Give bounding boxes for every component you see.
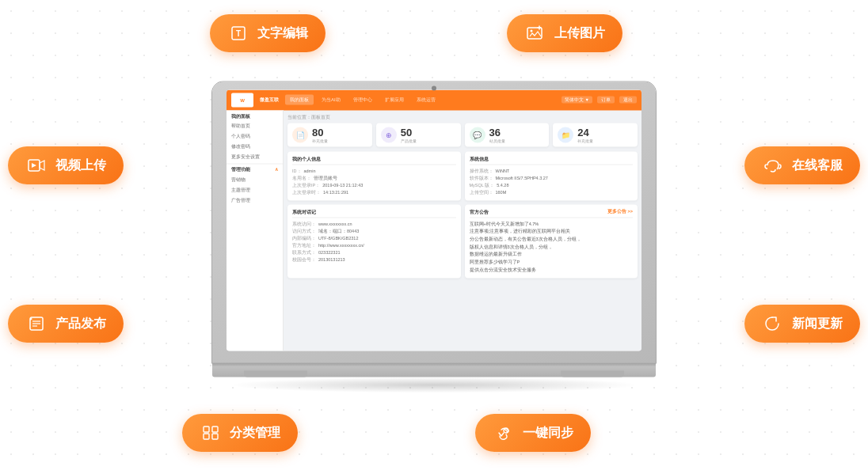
laptop-foot-left bbox=[244, 370, 307, 377]
stat-icon-1: ⊕ bbox=[381, 127, 397, 142]
laptop-foot-right bbox=[561, 370, 624, 377]
pill-product-publish[interactable]: 产品发布 bbox=[8, 305, 124, 343]
panel-server-row-0: 系统访问： www.xxxxxxxx.cn bbox=[292, 221, 456, 226]
srv-value-5: 20130131213 bbox=[318, 256, 345, 262]
stat-num-1: 50 bbox=[401, 127, 417, 137]
sidebar-section-1-title: 我的面板 bbox=[227, 110, 283, 120]
panel-personal-row-0: ID： admin bbox=[292, 168, 456, 173]
app-main: 当前位置：面板首页 📄 80 补充批量 bbox=[284, 110, 641, 351]
pill-sync[interactable]: 一键同步 bbox=[475, 414, 591, 452]
svg-point-3 bbox=[531, 30, 533, 32]
label-0: ID： bbox=[292, 168, 302, 173]
stat-label-2: 站员批量 bbox=[489, 138, 505, 142]
online-service-icon bbox=[762, 154, 784, 176]
srv-label-2: 内部编码： bbox=[292, 235, 316, 241]
value-0: admin bbox=[304, 168, 316, 173]
srv-label-0: 系统访问： bbox=[292, 221, 316, 226]
nav-lang[interactable]: 简体中文 ▼ bbox=[562, 97, 592, 104]
value-2: 2019-09-13 21:12:43 bbox=[322, 182, 363, 188]
laptop-shadow bbox=[228, 377, 640, 392]
nav-right: 简体中文 ▼ 订单 退出 bbox=[562, 97, 637, 104]
laptop-body: W 微盈互联 我的面板 为当AI助 管理中心 扩展应用 系统运营 简体中文 ▼ … bbox=[212, 82, 656, 392]
video-icon bbox=[25, 154, 48, 176]
app-topnav: W 微盈互联 我的面板 为当AI助 管理中心 扩展应用 系统运营 简体中文 ▼ … bbox=[227, 89, 641, 110]
news-item-0: 互联网+时代今天又新增加了4.7% bbox=[470, 221, 634, 227]
pill-news-update[interactable]: 新闻更新 bbox=[744, 305, 860, 343]
pill-text-edit[interactable]: T 文字编辑 bbox=[210, 14, 326, 52]
svg-marker-5 bbox=[40, 161, 44, 170]
stat-card-0: 📄 80 补充批量 bbox=[287, 123, 372, 146]
stat-card-1: ⊕ 50 产品批量 bbox=[376, 123, 461, 146]
sidebar-item-ad[interactable]: 广告管理 bbox=[227, 195, 283, 205]
pill-text-edit-label: 文字编辑 bbox=[257, 25, 308, 42]
stat-icon-3: 📁 bbox=[558, 127, 573, 142]
stat-info-0: 80 补充批量 bbox=[312, 127, 328, 142]
sidebar-item-profile[interactable]: 个人密码 bbox=[227, 131, 283, 141]
brand-name: 微盈互联 bbox=[260, 97, 279, 104]
srv-value-0: www.xxxxxxxx.cn bbox=[318, 221, 352, 226]
app-logo: W bbox=[231, 93, 253, 107]
svg-text:T: T bbox=[236, 29, 241, 38]
pill-category[interactable]: 分类管理 bbox=[182, 414, 298, 452]
laptop-screen-outer: W 微盈互联 我的面板 为当AI助 管理中心 扩展应用 系统运营 简体中文 ▼ … bbox=[212, 82, 656, 362]
pill-online-service[interactable]: 在线客服 bbox=[744, 146, 860, 184]
pill-news-update-label: 新闻更新 bbox=[792, 316, 843, 332]
sidebar-item-marketing[interactable]: 营销物 bbox=[227, 174, 283, 184]
label-1: 名用名： bbox=[292, 175, 311, 180]
sys-label-0: 操作系统： bbox=[470, 168, 493, 173]
sync-icon bbox=[493, 422, 515, 444]
panel-personal: 我的个人信息 ID： admin 名用名： 管理员账号 bbox=[287, 151, 461, 200]
app-ui: W 微盈互联 我的面板 为当AI助 管理中心 扩展应用 系统运营 简体中文 ▼ … bbox=[227, 89, 641, 351]
category-icon bbox=[200, 422, 222, 444]
panel-system-row-2: MySQL 版： 5.4.28 bbox=[470, 182, 634, 188]
svg-marker-6 bbox=[32, 163, 36, 168]
sidebar-item-theme[interactable]: 主题管理 bbox=[227, 184, 283, 195]
stat-label-1: 产品批量 bbox=[401, 138, 417, 142]
panel-server-row-4: 联系方式： 023322321 bbox=[292, 249, 456, 255]
news-more-link[interactable]: 更多公告 >> bbox=[607, 208, 633, 214]
info-row-1: 我的个人信息 ID： admin 名用名： 管理员账号 bbox=[287, 151, 638, 200]
news-item-2: 分公告最新动态，有关公告最近3次合格人员，分组， bbox=[470, 236, 634, 242]
pill-video[interactable]: 视频上传 bbox=[8, 146, 124, 184]
sidebar-item-help[interactable]: 帮助首页 bbox=[227, 120, 283, 131]
nav-btn-order[interactable]: 订单 bbox=[597, 97, 615, 104]
nav-tab-admin[interactable]: 管理中心 bbox=[348, 95, 377, 105]
laptop-screen: W 微盈互联 我的面板 为当AI助 管理中心 扩展应用 系统运营 简体中文 ▼ … bbox=[227, 89, 641, 351]
stat-num-3: 24 bbox=[577, 127, 593, 137]
panel-server-row-1: 访问方式： 域名：端口：80443 bbox=[292, 228, 456, 233]
stat-num-2: 36 bbox=[489, 127, 505, 137]
pill-product-publish-label: 产品发布 bbox=[55, 316, 106, 332]
news-item-5: 阿里推荐多少钱学习了P bbox=[470, 259, 634, 265]
panel-server-title: 系统对话记 bbox=[292, 208, 456, 218]
sys-value-0: WiNNT bbox=[496, 168, 510, 173]
label-3: 上次登录时： bbox=[292, 189, 321, 195]
pill-upload-img[interactable]: 上传图片 bbox=[507, 14, 622, 52]
stat-card-2: 💬 36 站员批量 bbox=[465, 123, 550, 146]
news-item-6: 提供点击分流安全技术安全服务 bbox=[470, 267, 634, 273]
svg-rect-12 bbox=[204, 427, 209, 432]
srv-value-1: 域名：端口：80443 bbox=[318, 228, 359, 233]
pill-video-label: 视频上传 bbox=[55, 157, 106, 174]
nav-tab-ai[interactable]: 为当AI助 bbox=[317, 95, 345, 105]
sidebar-item-password[interactable]: 修改密码 bbox=[227, 141, 283, 151]
value-1: 管理员账号 bbox=[314, 175, 337, 180]
svg-rect-14 bbox=[204, 434, 209, 439]
nav-tab-extend[interactable]: 扩展应用 bbox=[380, 95, 409, 105]
svg-rect-13 bbox=[212, 427, 218, 432]
info-row-2: 系统对话记 系统访问： www.xxxxxxxx.cn 访问方式： 域名：端口：… bbox=[287, 204, 638, 279]
stat-card-3: 📁 24 补充批量 bbox=[553, 123, 638, 146]
panel-personal-row-3: 上次登录时： 14:13:21:291 bbox=[292, 189, 456, 195]
nav-btn-logout[interactable]: 退出 bbox=[619, 97, 637, 104]
panel-news: 官方公告 更多公告 >> 互联网+时代今天又新增加了4.7% 注意事项:注意事项… bbox=[465, 204, 638, 279]
app-body: 我的面板 帮助首页 个人密码 修改密码 更多安全设置 管理功能 ∧ 营销物 bbox=[227, 110, 641, 351]
srv-label-3: 官方地址： bbox=[292, 242, 316, 248]
logo-text: W bbox=[240, 97, 245, 102]
panel-personal-row-1: 名用名： 管理员账号 bbox=[292, 175, 456, 180]
sys-value-2: 5.4.28 bbox=[497, 182, 508, 188]
srv-value-4: 023322321 bbox=[318, 249, 341, 255]
nav-tab-maintain[interactable]: 系统运营 bbox=[412, 95, 440, 105]
value-3: 14:13:21:291 bbox=[323, 189, 348, 195]
sys-label-2: MySQL 版： bbox=[470, 182, 495, 188]
nav-tab-dashboard[interactable]: 我的面板 bbox=[285, 95, 314, 105]
sidebar-item-more-security[interactable]: 更多安全设置 bbox=[227, 151, 283, 161]
